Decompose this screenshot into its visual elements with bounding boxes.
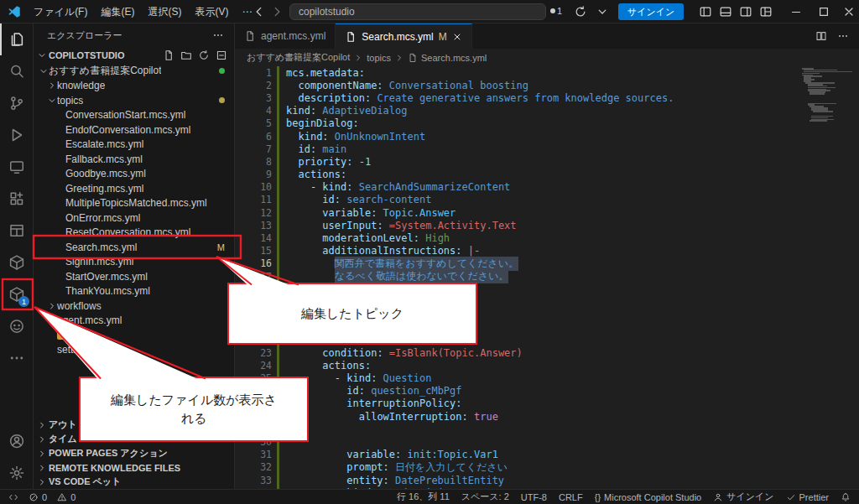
activity-bar: 1 [0, 23, 34, 489]
sidebar-section-header[interactable]: REMOTE KNOWLEDGE FILES [34, 460, 234, 475]
activity-explorer[interactable] [0, 23, 34, 55]
sync-icon[interactable] [574, 5, 587, 18]
more-actions-icon[interactable] [212, 29, 224, 41]
workspace-section[interactable]: COPILOTSTUDIO [34, 47, 234, 64]
close-tab-icon[interactable] [452, 32, 462, 42]
breadcrumb-item[interactable]: topics [367, 53, 391, 63]
activity-remote-window[interactable] [0, 151, 34, 183]
status-bar: 00 行 16、列 11スペース: 2UTF-8CRLF{}Microsoft … [0, 489, 859, 504]
tree-item[interactable]: OnError.mcs.yml [34, 210, 234, 226]
tree-item[interactable]: Fallback.mcs.yml [34, 152, 234, 167]
breadcrumb-item[interactable]: おすすめ書籍提案Copilot [247, 51, 350, 64]
refresh-explorer-icon[interactable] [198, 49, 210, 61]
editor-tab[interactable]: Search.mcs.ymlM [336, 23, 471, 49]
activity-data-table[interactable] [0, 215, 34, 247]
remote-indicator[interactable] [8, 492, 18, 502]
menu-item[interactable]: ファイル(F) [27, 3, 94, 22]
breadcrumb-item[interactable]: Search.mcs.yml [421, 53, 487, 63]
sidebar-section-header[interactable]: アウト [34, 418, 234, 432]
editor-tab[interactable]: agent.mcs.yml [235, 23, 336, 49]
code-line: 26 id: question_cMbPgf [235, 385, 859, 397]
code-line: 8 priority: -1 [235, 155, 859, 168]
formatter[interactable]: Prettier [786, 492, 829, 502]
sidebar-section-header[interactable]: POWER PAGES アクション [34, 446, 234, 460]
indentation[interactable]: スペース: 2 [461, 491, 509, 503]
tree-item-label: ConversationStart.mcs.yml [65, 109, 185, 121]
split-editor-icon[interactable] [815, 30, 827, 42]
chevron-down-icon[interactable] [596, 5, 609, 18]
tree-item-label: Goodbye.mcs.yml [65, 168, 146, 179]
status-label: 0 [70, 492, 75, 502]
tree-item[interactable]: ThankYou.mcs.yml [34, 284, 234, 299]
tree-item[interactable]: workflows [34, 299, 234, 314]
sidebar-section-label: REMOTE KNOWLEDGE FILES [49, 463, 180, 473]
signin-button[interactable]: サインイン [618, 3, 684, 20]
tree-item[interactable] [34, 328, 234, 343]
activity-copilot-chat[interactable] [0, 310, 34, 342]
line-number: 5 [235, 117, 272, 129]
status-dot [219, 68, 225, 74]
tree-item[interactable]: agent.mcs.yml [34, 314, 234, 329]
tree-item[interactable]: EndofConversation.mcs.yml [34, 122, 234, 138]
toggle-sidebar-icon[interactable] [699, 5, 712, 18]
minimize-icon[interactable] [789, 5, 803, 18]
title-bar: ファイル(F)編集(E)選択(S)表示(V)⋯ copilotstudio 1 … [0, 0, 859, 23]
menu-item[interactable]: 表示(V) [188, 3, 235, 22]
change-indicator[interactable]: 1 [550, 6, 562, 16]
tree-item[interactable]: Goodbye.mcs.yml [34, 167, 234, 182]
tree-item[interactable]: setti [34, 343, 234, 358]
tree-item-label: MultipleTopicsMatched.mcs.yml [65, 197, 207, 209]
cursor-position[interactable]: 行 16、列 11 [397, 491, 450, 503]
tree-item[interactable]: Escalate.mcs.yml [34, 138, 234, 153]
tree-item[interactable]: Greeting.mcs.yml [34, 181, 234, 196]
code-area[interactable]: 1mcs.metadata:2 componentName: Conversat… [235, 66, 859, 489]
tree-item[interactable]: StartOver.mcs.yml [34, 269, 234, 284]
activity-copilot-studio[interactable]: 1 [0, 278, 34, 310]
tree-item[interactable]: ResetConversation.mcs.yml [34, 226, 234, 241]
forward-icon[interactable] [270, 5, 284, 18]
line-number: 23 [235, 347, 272, 359]
tree-item[interactable]: おすすめ書籍提案Copilot [34, 64, 234, 79]
activity-package[interactable] [0, 247, 34, 278]
minimap[interactable] [802, 68, 857, 122]
activity-run-debug[interactable] [0, 119, 34, 151]
close-window-icon[interactable] [842, 5, 856, 18]
remote-icon [8, 492, 18, 502]
notifications[interactable] [841, 492, 851, 502]
sidebar-section-header[interactable]: タイム [34, 432, 234, 446]
editor-more-icon[interactable] [837, 30, 849, 42]
customize-layout-icon[interactable] [759, 5, 773, 18]
activity-settings[interactable] [0, 457, 34, 489]
back-icon[interactable] [252, 5, 266, 18]
tree-item[interactable]: Search.mcs.ymlM [34, 240, 234, 255]
status-label: CRLF [559, 492, 583, 502]
toggle-secondary-sidebar-icon[interactable] [739, 5, 752, 18]
tree-item[interactable]: topics [34, 93, 234, 108]
activity-search[interactable] [0, 55, 34, 87]
errors-count[interactable]: 0 [29, 492, 47, 502]
tree-item[interactable]: MultipleTopicsMatched.mcs.yml [34, 196, 234, 211]
maximize-icon[interactable] [817, 5, 830, 18]
new-file-icon[interactable] [163, 49, 174, 61]
tree-item[interactable]: SignIn.mcs.yml [34, 255, 234, 270]
code-line: 3 description: Create generative answers… [235, 91, 859, 104]
activity-source-control[interactable] [0, 87, 34, 119]
collapse-folders-icon[interactable] [216, 49, 227, 61]
activity-extensions[interactable] [0, 183, 34, 215]
warnings-count[interactable]: 0 [57, 492, 75, 502]
tree-item[interactable]: knowledge [34, 79, 234, 94]
tree-item[interactable]: ConversationStart.mcs.yml [34, 108, 234, 123]
activity-account[interactable] [0, 425, 34, 457]
menu-item[interactable]: 選択(S) [141, 3, 188, 22]
code-line: 12 variable: Topic.Answer [235, 206, 859, 219]
toggle-panel-icon[interactable] [719, 5, 732, 18]
menu-item[interactable]: 編集(E) [94, 3, 141, 22]
new-folder-icon[interactable] [180, 49, 192, 61]
command-center[interactable]: copilotstudio [289, 3, 546, 20]
activity-more[interactable] [0, 342, 34, 374]
eol[interactable]: CRLF [559, 492, 583, 502]
encoding[interactable]: UTF-8 [521, 492, 547, 502]
signin-status[interactable]: サインイン [713, 491, 773, 503]
sidebar-section-header[interactable]: VS CODE ペット [34, 475, 234, 489]
language-mode[interactable]: {}Microsoft Copilot Studio [595, 492, 702, 502]
